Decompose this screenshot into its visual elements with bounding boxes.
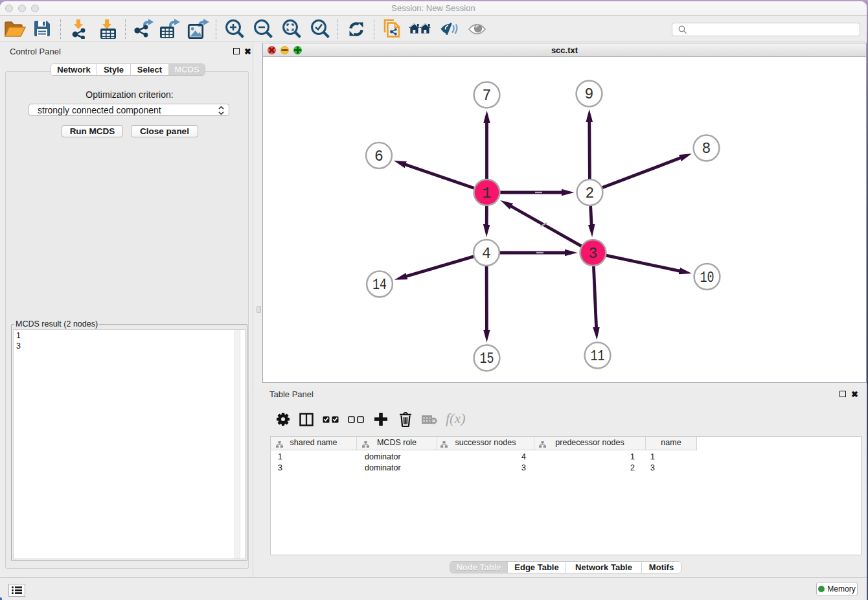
svg-text:6: 6 [374, 148, 383, 165]
svg-text:11: 11 [591, 348, 605, 365]
svg-text:14: 14 [372, 277, 387, 294]
svg-text:4: 4 [482, 246, 491, 262]
svg-text:3: 3 [589, 246, 598, 262]
svg-text:9: 9 [585, 86, 594, 103]
svg-text:7: 7 [483, 87, 492, 104]
svg-text:8: 8 [702, 141, 711, 157]
svg-text:10: 10 [700, 270, 714, 286]
svg-text:2: 2 [586, 185, 595, 202]
svg-text:1: 1 [483, 185, 492, 202]
svg-text:15: 15 [480, 351, 494, 367]
